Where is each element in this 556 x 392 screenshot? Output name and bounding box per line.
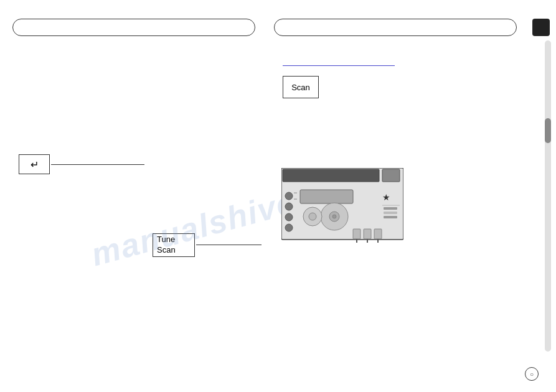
svg-rect-2: [382, 169, 400, 182]
svg-point-4: [285, 203, 293, 210]
scrollbar-track: [545, 40, 551, 352]
svg-rect-9: [300, 190, 353, 203]
svg-rect-22: [374, 229, 382, 239]
enter-key-line: [51, 164, 144, 165]
scan-label: Scan: [291, 83, 310, 92]
scan-sub-label: Scan: [157, 245, 176, 256]
top-bar-right: [274, 19, 517, 36]
svg-point-14: [309, 213, 316, 220]
tune-scan-line: [196, 245, 262, 245]
scan-connector-line: [283, 65, 395, 66]
svg-point-6: [285, 224, 293, 231]
tune-scan-box: Tune Scan: [153, 233, 195, 257]
svg-rect-20: [353, 229, 360, 239]
tune-label: Tune: [157, 235, 175, 245]
enter-key-box: ↵: [19, 154, 50, 174]
svg-point-3: [285, 192, 293, 200]
svg-rect-17: [384, 207, 397, 210]
scan-box: Scan: [283, 76, 319, 98]
enter-key-symbol: ↵: [31, 159, 39, 170]
svg-point-5: [285, 213, 293, 221]
svg-point-12: [332, 215, 336, 218]
device-illustration: ★: [281, 168, 403, 243]
svg-rect-21: [364, 229, 371, 239]
device-svg: ★: [281, 168, 403, 243]
top-bar-button[interactable]: [532, 19, 550, 36]
svg-rect-19: [384, 216, 397, 218]
page-number-circle: ○: [525, 367, 539, 381]
page-number: ○: [530, 371, 534, 378]
scrollbar-thumb[interactable]: [545, 118, 551, 143]
svg-rect-18: [384, 212, 397, 214]
top-bar-left: [12, 19, 255, 36]
svg-text:★: ★: [382, 192, 390, 202]
svg-rect-1: [283, 169, 379, 182]
